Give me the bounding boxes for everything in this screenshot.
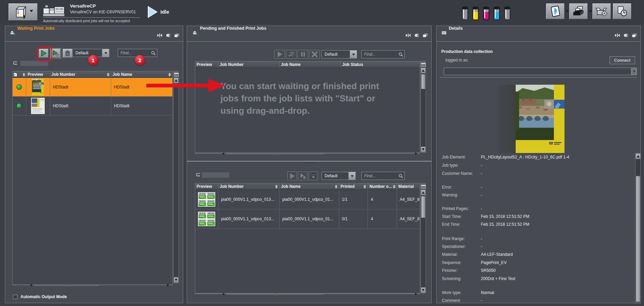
scroll-down-button[interactable]: [174, 277, 178, 283]
finished-filter-dropdown-arrow[interactable]: [348, 172, 355, 180]
pending-filter-dropdown-arrow[interactable]: [350, 51, 357, 58]
finished-table-vscrollbar[interactable]: [420, 183, 426, 293]
column-config-button[interactable]: [174, 71, 178, 78]
finished-col-job-name[interactable]: Job Name: [280, 183, 339, 190]
top-header-bar: VersafireCP VersafireCV on KIE-C6VPNSERV…: [0, 0, 644, 24]
sort-icon[interactable]: [167, 71, 171, 78]
panel-view-icon[interactable]: [166, 33, 171, 38]
pending-table-hscrollbar[interactable]: [195, 153, 420, 154]
start-job-options-button[interactable]: [51, 49, 60, 58]
waiting-col-job-name[interactable]: Job Name: [111, 71, 172, 78]
automatic-output-checkbox[interactable]: [13, 295, 17, 299]
sort-icon[interactable]: [362, 183, 366, 190]
pending-col-job-number[interactable]: Job Number: [218, 61, 280, 68]
trash-icon: [310, 172, 317, 180]
finished-col-job-number[interactable]: Job Number: [218, 183, 280, 190]
vscroll-thumb[interactable]: [636, 176, 640, 302]
waiting-table-vscrollbar[interactable]: [173, 71, 179, 283]
column-config-button[interactable]: [421, 61, 426, 68]
detach-panel-icon[interactable]: [174, 33, 180, 38]
finished-col-printed[interactable]: Printed: [339, 183, 368, 190]
reports-button[interactable]: [613, 3, 631, 19]
finished-delete-button[interactable]: [309, 171, 318, 180]
sort-icon[interactable]: [392, 183, 396, 190]
pending-table-vscrollbar[interactable]: [420, 61, 426, 153]
finished-col-number-of[interactable]: Number o...: [368, 183, 397, 190]
hscroll-thumb[interactable]: [34, 285, 99, 286]
scroll-left-button[interactable]: [220, 153, 226, 154]
scroll-right-button[interactable]: [165, 285, 171, 286]
output-tray-button[interactable]: [569, 3, 588, 19]
sort-icon[interactable]: [334, 183, 338, 190]
details-vscrollbar[interactable]: [635, 153, 641, 303]
pending-cancel-button[interactable]: [309, 50, 320, 59]
collapse-panel-icon[interactable]: [405, 33, 411, 38]
hscroll-thumb[interactable]: [227, 154, 324, 154]
finished-job-row[interactable]: pia00_000V1.1_vdpco_013... pia00_000V1.1…: [195, 209, 420, 229]
finished-filter-value: Default: [322, 173, 348, 178]
scroll-down-button[interactable]: [421, 147, 426, 152]
pending-pause-button[interactable]: [298, 50, 308, 59]
sort-icon[interactable]: [22, 71, 25, 78]
finished-job-row[interactable]: pia00_000V1.1_vdpco_013... pia00_000V1.1…: [195, 190, 420, 209]
collapse-panel-icon[interactable]: [157, 33, 162, 38]
calibration-button[interactable]: [546, 3, 564, 19]
finished-col-preview[interactable]: Preview: [195, 183, 218, 190]
vscroll-thumb[interactable]: [421, 74, 425, 89]
detach-panel-icon[interactable]: [632, 33, 637, 38]
pending-start-button[interactable]: [274, 50, 285, 59]
waiting-job-row[interactable]: HDStadt HDStadt: [13, 97, 172, 115]
panel-view-icon[interactable]: [414, 33, 419, 38]
collapse-tree-icon[interactable]: [13, 61, 18, 65]
vscroll-thumb[interactable]: [421, 196, 425, 218]
waiting-filter-dropdown-arrow[interactable]: [102, 49, 109, 57]
pending-priority-button[interactable]: [286, 50, 297, 59]
column-config-button[interactable]: [421, 183, 426, 190]
waiting-col-preview[interactable]: Preview: [26, 71, 50, 78]
detach-panel-icon[interactable]: [423, 33, 428, 38]
scroll-right-button[interactable]: [413, 153, 419, 154]
scroll-up-button[interactable]: [421, 68, 426, 73]
waiting-col-status[interactable]: [13, 71, 26, 78]
pending-col-job-status[interactable]: Job Status: [341, 61, 420, 68]
waiting-filter-value: Default: [73, 51, 102, 55]
logged-in-user-select[interactable]: [444, 68, 637, 75]
panel-view-icon[interactable]: [623, 33, 629, 38]
scroll-up-button[interactable]: [421, 190, 426, 195]
user-select-dropdown-arrow[interactable]: [631, 68, 636, 75]
connect-button[interactable]: Connect: [610, 56, 635, 64]
output-tray-dropdown-arrow[interactable]: [589, 10, 592, 14]
detail-label: Comment:: [442, 298, 461, 303]
detail-value: -: [481, 236, 482, 241]
waiting-col-job-number[interactable]: Job Number: [50, 71, 111, 78]
delete-job-button[interactable]: [63, 49, 72, 58]
collapse-panel-icon[interactable]: [615, 33, 620, 38]
pending-filter-select[interactable]: Default: [321, 50, 357, 58]
finished-table-hscrollbar[interactable]: [195, 293, 420, 294]
job-preview-cell: [195, 190, 218, 209]
scroll-left-button[interactable]: [220, 294, 226, 294]
pending-col-preview[interactable]: Preview: [195, 61, 218, 68]
scroll-down-button[interactable]: [421, 287, 426, 293]
job-number-cell: pia00_000V1.1_vdpco_013...: [218, 190, 280, 209]
pending-find-input[interactable]: [362, 51, 404, 58]
scroll-up-button[interactable]: [635, 153, 641, 159]
group-filter-box[interactable]: [202, 172, 230, 178]
scroll-left-button[interactable]: [28, 285, 34, 286]
sort-icon[interactable]: [106, 71, 110, 78]
printer-selector-button[interactable]: [9, 3, 38, 20]
waiting-table-hscrollbar[interactable]: [12, 284, 173, 285]
finished-find-input[interactable]: [362, 172, 404, 180]
panel-splitter[interactable]: [187, 161, 431, 164]
finished-col-material[interactable]: Material: [397, 183, 420, 190]
finished-start-options-button[interactable]: [298, 171, 307, 180]
collapse-tree-icon[interactable]: [196, 173, 201, 177]
calibration-dropdown-arrow[interactable]: [566, 10, 569, 14]
scroll-right-button[interactable]: [413, 294, 419, 294]
pending-col-job-name[interactable]: Job Name: [280, 61, 341, 68]
finished-start-button[interactable]: [287, 171, 297, 180]
finished-filter-select[interactable]: Default: [321, 172, 356, 180]
sort-icon[interactable]: [274, 183, 278, 190]
job-settings-button[interactable]: [592, 3, 611, 19]
hscroll-thumb[interactable]: [227, 294, 324, 295]
